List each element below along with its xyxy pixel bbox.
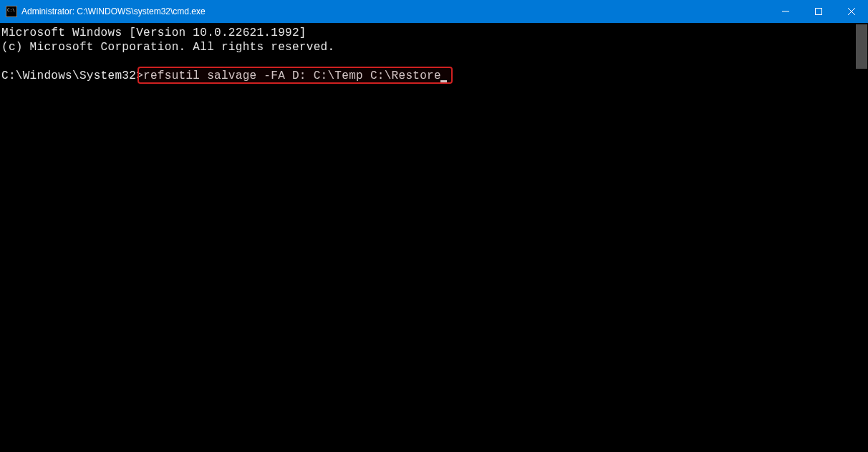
scrollbar-thumb[interactable]: [856, 24, 867, 69]
maximize-button[interactable]: [802, 0, 835, 23]
title-bar: Administrator: C:\WINDOWS\system32\cmd.e…: [0, 0, 868, 23]
window-title: Administrator: C:\WINDOWS\system32\cmd.e…: [21, 6, 769, 16]
prompt-text: C:\Windows\System32>: [1, 69, 143, 82]
command-text: refsutil salvage -FA D: C:\Temp C:\Resto…: [143, 69, 441, 82]
cursor: [440, 80, 447, 82]
prompt-line: C:\Windows\System32>refsutil salvage -FA…: [1, 69, 868, 83]
version-line: Microsoft Windows [Version 10.0.22621.19…: [1, 26, 868, 40]
close-button[interactable]: [835, 0, 868, 23]
cmd-icon: [6, 6, 17, 17]
minimize-button[interactable]: [769, 0, 802, 23]
window-controls: [769, 0, 868, 23]
blank-line: [1, 54, 868, 69]
terminal-area[interactable]: Microsoft Windows [Version 10.0.22621.19…: [0, 23, 868, 452]
svg-rect-1: [816, 9, 822, 15]
copyright-line: (c) Microsoft Corporation. All rights re…: [1, 40, 868, 54]
